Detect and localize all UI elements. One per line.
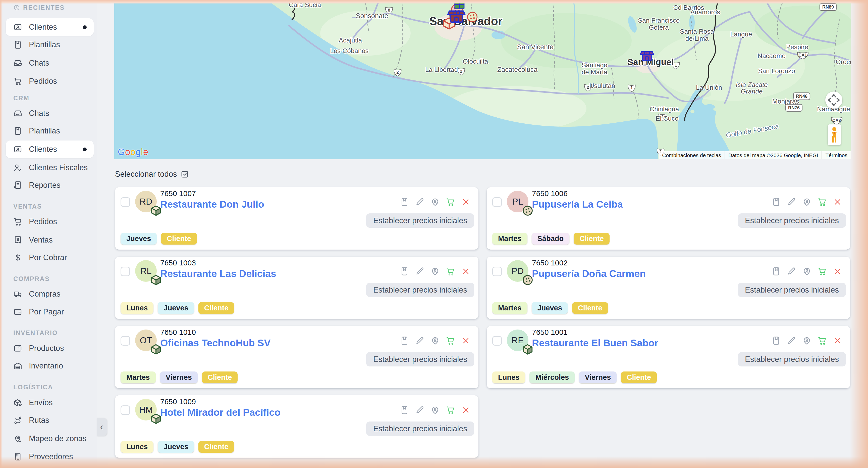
map-marker-cookie[interactable] [468,12,477,22]
client-name-link[interactable]: Hotel Mirador del Pacífico [160,407,281,418]
map-marker-store[interactable] [640,52,653,60]
card-checkbox[interactable] [121,267,130,276]
catalog-button[interactable] [772,336,781,345]
set-initial-prices-button[interactable]: Establecer precios iniciales [738,213,846,228]
edit-button[interactable] [787,197,796,207]
assign-location-button[interactable] [802,197,811,207]
map-data-text: Datos del mapa ©2026 Google, INEGI [724,151,822,159]
sidebar-item-clientes-fiscales[interactable]: Clientes Fiscales [6,159,94,176]
edit-button[interactable] [415,267,425,276]
svg-text:2: 2 [587,85,589,90]
delete-button[interactable] [461,267,470,276]
sidebar-item-mapeo-de-zonas[interactable]: Mapeo de zonas [6,430,94,447]
client-name-link[interactable]: Restaurante Don Julio [160,199,264,210]
add-to-cart-button[interactable] [817,267,827,276]
add-to-cart-button[interactable] [446,197,455,207]
client-name-link[interactable]: Restaurante Las Delicias [160,268,276,279]
set-initial-prices-button[interactable]: Establecer precios iniciales [366,283,474,297]
card-checkbox[interactable] [492,336,502,346]
sidebar-item-pedidos[interactable]: Pedidos [6,72,94,90]
sidebar-item-clientes[interactable]: Clientes [6,141,94,158]
catalog-button[interactable] [400,197,409,207]
sidebar-section-recientes: RECIENTES [13,3,65,11]
card-checkbox[interactable] [492,267,502,276]
sidebar-item-proveedores[interactable]: Proveedores [6,448,94,466]
sidebar-item-envios[interactable]: Envíos [6,394,94,411]
keyboard-shortcuts-link[interactable]: Combinaciones de teclas [658,151,724,159]
select-all-control[interactable]: Seleccionar todos [115,170,189,179]
set-initial-prices-button[interactable]: Establecer precios iniciales [366,352,474,367]
add-to-cart-button[interactable] [446,405,455,415]
sidebar-item-rutas[interactable]: Rutas [6,411,94,429]
sidebar-item-plantillas[interactable]: Plantillas [6,36,94,54]
map-panel[interactable]: 812221112CA1CA3RN89RN46RN76 Cara SuciaSo… [114,3,851,159]
delete-button[interactable] [461,336,470,345]
delete-button[interactable] [461,197,470,207]
assign-location-button[interactable] [802,336,811,345]
set-initial-prices-button[interactable]: Establecer precios iniciales [366,421,474,436]
card-checkbox[interactable] [121,197,130,207]
sidebar-item-productos[interactable]: Productos [6,340,94,357]
receipt-icon [13,235,22,244]
sidebar-item-pedidos[interactable]: Pedidos [6,213,94,231]
map-marker-giftbox[interactable] [455,3,464,9]
sidebar-item-plantillas[interactable]: Plantillas [6,122,94,140]
catalog-button[interactable] [772,197,781,207]
close-icon [461,405,470,415]
edit-button[interactable] [787,267,796,276]
sidebar-item-clientes[interactable]: Clientes [6,18,94,36]
client-name-link[interactable]: Pupusería La Ceiba [532,199,623,210]
tag-viernes: Viernes [579,372,617,383]
set-initial-prices-button[interactable]: Establecer precios iniciales [738,283,846,297]
edit-button[interactable] [415,405,425,415]
sidebar-item-chats[interactable]: Chats [6,54,94,72]
catalog-button[interactable] [400,336,409,345]
client-name-link[interactable]: Pupusería Doña Carmen [532,268,646,279]
google-map[interactable]: 812221112CA1CA3RN89RN46RN76 Cara SuciaSo… [114,3,851,159]
edit-button[interactable] [787,336,796,345]
sidebar-item-inventario[interactable]: Inventario [6,357,94,375]
add-to-cart-button[interactable] [817,197,827,207]
card-checkbox[interactable] [121,336,130,346]
map-marker-store[interactable] [448,11,465,22]
assign-location-button[interactable] [431,197,440,207]
terms-link[interactable]: Términos [822,151,851,159]
client-code: 7650 1002 [532,259,568,267]
assign-location-button[interactable] [431,267,440,276]
client-name-link[interactable]: Restaurante El Buen Sabor [532,338,658,349]
map-pan-control[interactable] [825,91,842,109]
delete-button[interactable] [833,267,842,276]
sidebar-item-chats[interactable]: Chats [6,105,94,122]
assign-location-button[interactable] [431,336,440,345]
add-to-cart-button[interactable] [446,336,455,345]
google-logo[interactable]: Google [118,147,149,157]
sidebar-item-reportes[interactable]: Reportes [6,176,94,194]
sidebar-item-compras[interactable]: Compras [6,285,94,303]
sidebar-item-por-pagar[interactable]: Por Pagar [6,303,94,321]
add-to-cart-button[interactable] [817,336,827,345]
catalog-button[interactable] [772,267,781,276]
map-label: San Francisco [638,17,680,24]
assign-location-button[interactable] [802,267,811,276]
assign-location-button[interactable] [431,405,440,415]
cart-icon [446,405,455,415]
set-initial-prices-button[interactable]: Establecer precios iniciales [738,352,846,367]
set-initial-prices-button[interactable]: Establecer precios iniciales [366,213,474,228]
street-view-pegman[interactable] [828,124,841,145]
edit-button[interactable] [415,336,425,345]
sidebar-item-ventas[interactable]: Ventas [6,231,94,249]
catalog-button[interactable] [400,405,409,415]
edit-button[interactable] [415,197,425,207]
catalog-button[interactable] [400,267,409,276]
sidebar-item-por-cobrar[interactable]: Por Cobrar [6,249,94,266]
delete-button[interactable] [461,405,470,415]
pencil-icon [787,336,796,345]
card-checkbox[interactable] [492,197,502,207]
delete-button[interactable] [833,197,842,207]
client-name-link[interactable]: Oficinas TechnoHub SV [160,338,271,349]
sidebar-collapse-button[interactable]: ‹ [97,418,107,436]
delete-button[interactable] [833,336,842,345]
card-checkbox[interactable] [121,405,130,415]
personpin-icon [431,336,440,345]
add-to-cart-button[interactable] [446,267,455,276]
